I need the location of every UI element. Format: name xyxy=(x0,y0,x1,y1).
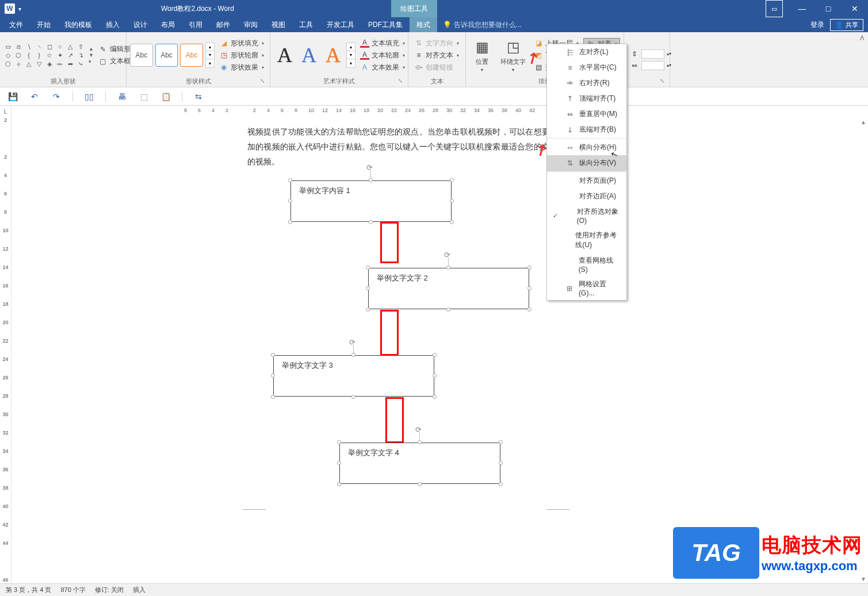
shapes-gallery[interactable]: ▭⧈∖⟍◻○△⇧ ◇⬡{}☆✦↗↴ ⬠⟡△▽◈⬰➦⤷ xyxy=(3,43,85,68)
tab-file[interactable]: 文件 xyxy=(2,17,30,32)
menu-item-label: 对齐边距(A) xyxy=(579,191,616,201)
wordart-launcher-icon[interactable]: ⤡ xyxy=(396,78,404,86)
tab-insert[interactable]: 插入 xyxy=(99,17,127,32)
height-input[interactable]: ⇕ ▴▾ xyxy=(628,49,674,59)
vertical-ruler[interactable]: 2246810121416182022242628303234363840424… xyxy=(0,117,12,583)
align-menu-item[interactable]: ≡水平居中(C) xyxy=(547,60,626,75)
share-icon: 👤 xyxy=(835,21,843,29)
vertical-scrollbar[interactable]: ▲ ▼ xyxy=(859,117,868,583)
preview-icon[interactable]: ⬚ xyxy=(138,91,150,102)
align-text-button[interactable]: ≡对齐文本▾ xyxy=(412,50,461,61)
tab-references[interactable]: 引用 xyxy=(182,17,209,32)
wordart-up-icon[interactable]: ▴ xyxy=(347,43,355,51)
wordart-down-icon[interactable]: ▾ xyxy=(347,51,355,59)
body-paragraph[interactable]: 视频提供了功能强大的方法帮助您证明您的观点。当您单击联机视频时，可以在想要添加的… xyxy=(247,124,558,169)
width-input[interactable]: ⇔ ▴▾ xyxy=(628,60,674,71)
tab-mailings[interactable]: 邮件 xyxy=(209,17,237,32)
menu-item-label: 水平居中(C) xyxy=(579,63,617,72)
tab-pdf-tools[interactable]: PDF工具集 xyxy=(361,17,410,32)
wordart-preset-2[interactable]: A xyxy=(298,43,320,67)
qat-dropdown-icon[interactable]: ▾ xyxy=(18,6,21,12)
shape-outline-button[interactable]: ◳形状轮廓▾ xyxy=(217,50,266,61)
tab-layout[interactable]: 布局 xyxy=(154,17,182,32)
align-text-icon: ≡ xyxy=(414,51,423,60)
shape-box-3[interactable]: ⟳ 举例文字文字 3 xyxy=(273,355,434,397)
save-icon[interactable]: 💾 xyxy=(7,91,18,102)
layout-icon[interactable]: ▯▯ xyxy=(83,91,95,102)
login-link[interactable]: 登录 xyxy=(810,20,824,30)
menu-item-label: 左对齐(L) xyxy=(579,47,609,57)
styles-more-icon[interactable]: ▾ xyxy=(206,59,214,67)
align-menu-item[interactable]: ✓对齐所选对象(O) xyxy=(547,204,626,228)
status-page[interactable]: 第 3 页，共 4 页 xyxy=(6,586,51,594)
shape-box-2[interactable]: ⟳ 举例文字文字 2 xyxy=(368,268,529,309)
page-break-mark-left xyxy=(243,509,266,513)
shape-fill-button[interactable]: ◢形状填充▾ xyxy=(217,38,266,49)
close-button[interactable]: ✕ xyxy=(842,0,868,17)
status-track-changes[interactable]: 修订: 关闭 xyxy=(95,586,124,594)
paste-icon[interactable]: 📋 xyxy=(160,91,171,102)
tab-format[interactable]: 格式 xyxy=(410,17,437,32)
tab-selector-icon[interactable]: L xyxy=(0,106,12,117)
gallery-up-icon[interactable]: ▲ xyxy=(89,46,94,52)
status-insert-mode[interactable]: 插入 xyxy=(133,586,146,594)
size-launcher-icon[interactable]: ⤡ xyxy=(658,78,666,86)
wordart-more-icon[interactable]: ▾ xyxy=(347,59,355,67)
ribbon-display-options-icon[interactable]: ▭ xyxy=(766,0,783,17)
shape-effects-button[interactable]: ◉形状效果▾ xyxy=(217,62,266,73)
align-menu-item[interactable]: 使用对齐参考线(U) xyxy=(547,228,626,253)
scroll-up-icon[interactable]: ▲ xyxy=(859,117,868,126)
share-button[interactable]: 👤 共享 xyxy=(830,19,863,31)
align-menu-item[interactable]: 对齐页面(P) xyxy=(547,173,626,189)
tab-home[interactable]: 开始 xyxy=(30,17,58,32)
tab-tools[interactable]: 工具 xyxy=(292,17,320,32)
align-menu-item[interactable]: 查看网格线(S) xyxy=(547,253,626,276)
wordart-preset-1[interactable]: A xyxy=(274,43,296,67)
shape-box-1[interactable]: ⟳ 举例文字内容 1 xyxy=(290,180,452,222)
position-icon: ▦ xyxy=(473,38,491,56)
wrap-text-button[interactable]: ◳环绕文字▾ xyxy=(497,36,529,75)
collapse-ribbon-icon[interactable]: ᐱ xyxy=(856,32,868,87)
gallery-more-icon[interactable]: ▾ xyxy=(89,59,94,64)
align-menu-item[interactable]: ⤒顶端对齐(T) xyxy=(547,91,626,106)
position-button[interactable]: ▦位置▾ xyxy=(469,36,495,75)
shape-style-preset-2[interactable]: Abc xyxy=(155,44,178,67)
wordart-preset-3[interactable]: A xyxy=(322,43,344,67)
styles-up-icon[interactable]: ▴ xyxy=(206,43,214,51)
undo-icon[interactable]: ↶ xyxy=(29,91,40,102)
styles-down-icon[interactable]: ▾ xyxy=(206,51,214,59)
shape-style-preset-3[interactable]: Abc xyxy=(180,44,203,67)
tab-developer[interactable]: 开发工具 xyxy=(320,17,361,32)
align-menu-item[interactable]: ⇔垂直居中(M) xyxy=(547,106,626,122)
shape-style-preset-1[interactable]: Abc xyxy=(130,44,153,67)
text-fill-button[interactable]: A文本填充▾ xyxy=(358,38,407,49)
maximize-button[interactable]: □ xyxy=(815,0,842,17)
tab-review[interactable]: 审阅 xyxy=(237,17,265,32)
group-wordart-styles: A A A ▴ ▾ ▾ A文本填充▾ A文本轮廓▾ A文本效果▾ 艺术字样式⤡ xyxy=(270,32,408,87)
menu-item-icon xyxy=(565,176,575,186)
align-menu-item[interactable]: 对齐边距(A) xyxy=(547,189,626,204)
link-icon: ⟴ xyxy=(414,63,423,72)
tab-my-templates[interactable]: 我的模板 xyxy=(58,17,99,32)
shape-text-3: 举例文字文字 3 xyxy=(282,360,333,371)
shape-styles-launcher-icon[interactable]: ⤡ xyxy=(258,78,266,86)
align-menu-item[interactable]: ⬱左对齐(L) xyxy=(547,44,626,60)
height-icon: ⇕ xyxy=(630,49,639,59)
align-menu-item[interactable]: ⤓底端对齐(B) xyxy=(547,122,626,139)
tab-view[interactable]: 视图 xyxy=(265,17,292,32)
align-menu-item[interactable]: ⊞网格设置(G)... xyxy=(547,276,626,300)
switch-icon[interactable]: ⇆ xyxy=(193,91,204,102)
text-outline-button[interactable]: A文本轮廓▾ xyxy=(358,50,407,61)
shape-box-4[interactable]: ⟳ 举例文字文字 4 xyxy=(339,443,500,484)
redo-icon[interactable]: ↷ xyxy=(51,91,62,102)
gallery-down-icon[interactable]: ▼ xyxy=(89,52,94,58)
tell-me-search[interactable]: 💡 告诉我您想要做什么... xyxy=(443,17,522,32)
minimize-button[interactable]: — xyxy=(789,0,815,17)
document-canvas[interactable]: 视频提供了功能强大的方法帮助您证明您的观点。当您单击联机视频时，可以在想要添加的… xyxy=(12,117,868,583)
text-effects-button[interactable]: A文本效果▾ xyxy=(358,62,407,73)
align-menu-item[interactable]: ⬲右对齐(R) xyxy=(547,75,626,91)
status-word-count[interactable]: 870 个字 xyxy=(60,586,85,594)
tab-design[interactable]: 设计 xyxy=(127,17,154,32)
horizontal-ruler[interactable]: 8642246810121416182022242628303234363840… xyxy=(12,106,868,117)
print-icon[interactable]: 🖶 xyxy=(116,91,128,102)
